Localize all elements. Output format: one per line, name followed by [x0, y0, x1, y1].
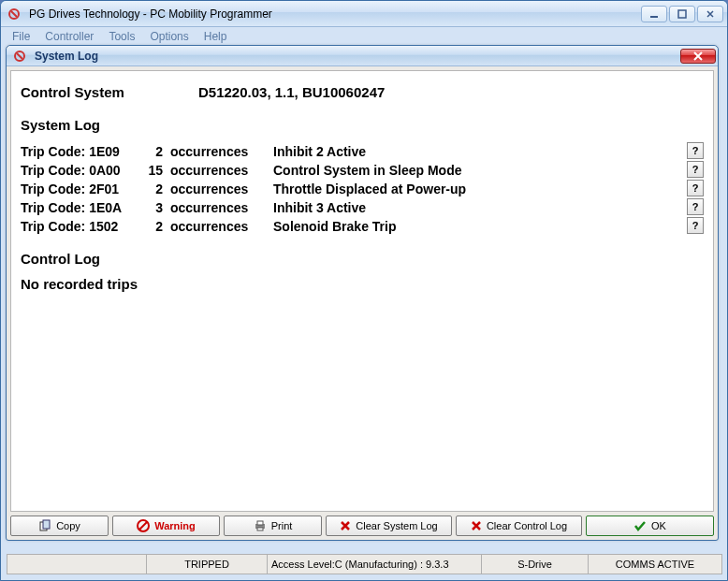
check-icon	[633, 520, 647, 531]
status-bar: TRIPPED Access Level:C (Manufacturing) :…	[7, 554, 721, 576]
trip-code: Trip Code: 1E0A	[21, 200, 142, 215]
trip-code: Trip Code: 1502	[21, 219, 142, 234]
maximize-button[interactable]	[669, 6, 695, 22]
control-system-label: Control System	[21, 84, 198, 100]
trip-occurrences: occurrences	[170, 219, 273, 234]
trip-occurrences: occurrences	[170, 144, 273, 159]
trip-row: Trip Code: 1502 2 occurrences Solenoid B…	[21, 217, 704, 236]
no-entry-icon	[137, 519, 150, 532]
status-cell-comms: COMMS ACTIVE	[588, 554, 722, 574]
trip-row: Trip Code: 2F01 2 occurrences Throttle D…	[21, 180, 704, 198]
app-icon	[7, 7, 22, 22]
system-log-icon	[12, 49, 27, 64]
trip-help-button[interactable]: ?	[687, 142, 704, 159]
trip-help-button[interactable]: ?	[687, 180, 704, 196]
system-log-window: System Log Control System D51220.03, 1.1…	[6, 45, 719, 541]
clear-system-log-button[interactable]: Clear System Log	[326, 516, 452, 536]
close-button[interactable]	[697, 6, 723, 22]
svg-rect-2	[678, 10, 686, 18]
trip-desc: Solenoid Brake Trip	[273, 219, 704, 234]
trip-count: 2	[142, 219, 170, 234]
trip-desc: Inhibit 2 Active	[273, 144, 704, 159]
log-content-area: Control System D51220.03, 1.1, BU1006024…	[10, 70, 714, 512]
status-cell-tripped: TRIPPED	[146, 554, 268, 574]
control-system-value: D51220.03, 1.1, BU10060247	[198, 84, 385, 100]
system-log-title: System Log	[31, 50, 680, 63]
trip-desc: Control System in Sleep Mode	[273, 163, 704, 178]
trip-desc: Throttle Displaced at Power-up	[273, 182, 704, 196]
trip-code: Trip Code: 2F01	[21, 182, 142, 196]
svg-rect-9	[257, 521, 263, 525]
clear-control-log-button[interactable]: Clear Control Log	[456, 516, 582, 536]
system-log-titlebar: System Log	[7, 46, 718, 66]
minimize-button[interactable]	[641, 6, 667, 22]
trip-occurrences: occurrences	[170, 200, 273, 215]
status-cell-1	[7, 554, 147, 574]
trip-count: 2	[142, 182, 170, 196]
svg-rect-1	[650, 16, 658, 18]
menu-options[interactable]: Options	[144, 28, 194, 45]
copy-icon	[38, 519, 51, 532]
no-recorded-trips: No recorded trips	[21, 276, 704, 292]
status-cell-access: Access Level:C (Manufacturing) : 9.3.3	[267, 554, 482, 574]
trip-rows: Trip Code: 1E09 2 occurrences Inhibit 2 …	[21, 142, 704, 236]
menu-controller[interactable]: Controller	[39, 28, 99, 45]
menu-help[interactable]: Help	[198, 28, 233, 45]
x-icon	[471, 520, 482, 531]
system-log-client: Control System D51220.03, 1.1, BU1006024…	[7, 66, 718, 540]
button-bar: Copy Warning Print Clear System Log Clea…	[10, 512, 714, 536]
svg-line-7	[139, 522, 147, 530]
trip-count: 15	[142, 163, 170, 178]
print-button[interactable]: Print	[224, 516, 322, 536]
printer-icon	[254, 519, 267, 532]
warning-button[interactable]: Warning	[112, 516, 220, 536]
trip-row: Trip Code: 0A00 15 occurrences Control S…	[21, 161, 704, 180]
copy-button[interactable]: Copy	[10, 516, 109, 536]
trip-occurrences: occurrences	[170, 182, 273, 196]
trip-count: 3	[142, 200, 170, 215]
trip-help-button[interactable]: ?	[687, 198, 704, 215]
trip-desc: Inhibit 3 Active	[273, 200, 704, 215]
svg-rect-5	[43, 520, 50, 529]
main-titlebar: PG Drives Technology - PC Mobility Progr…	[1, 1, 727, 27]
trip-help-button[interactable]: ?	[687, 217, 704, 234]
trip-help-button[interactable]: ?	[687, 161, 704, 178]
control-log-heading: Control Log	[21, 251, 704, 267]
ok-button[interactable]: OK	[586, 516, 714, 536]
svg-rect-10	[257, 528, 263, 530]
trip-code: Trip Code: 0A00	[21, 163, 142, 178]
trip-row: Trip Code: 1E0A 3 occurrences Inhibit 3 …	[21, 198, 704, 217]
status-cell-drive: S-Drive	[481, 554, 589, 574]
system-log-heading: System Log	[21, 117, 704, 133]
system-log-close-button[interactable]	[680, 49, 716, 64]
trip-row: Trip Code: 1E09 2 occurrences Inhibit 2 …	[21, 142, 704, 161]
x-icon	[340, 520, 351, 531]
menu-tools[interactable]: Tools	[103, 28, 140, 45]
main-menubar: File Controller Tools Options Help	[1, 27, 727, 46]
menu-file[interactable]: File	[7, 28, 36, 45]
trip-count: 2	[142, 144, 170, 159]
main-window-title: PG Drives Technology - PC Mobility Progr…	[25, 7, 641, 21]
trip-code: Trip Code: 1E09	[21, 144, 142, 159]
trip-occurrences: occurrences	[170, 163, 273, 178]
main-window-controls	[641, 6, 723, 22]
